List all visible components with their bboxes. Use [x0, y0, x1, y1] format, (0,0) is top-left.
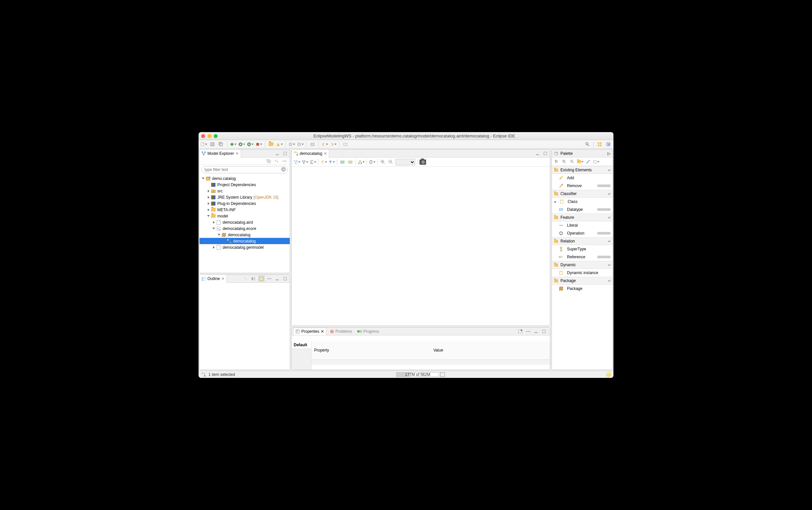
palette-section[interactable]: Dynamic⇄ — [552, 261, 612, 269]
pin-icon[interactable]: ⇄ — [608, 216, 610, 220]
palette-item[interactable]: Operation — [552, 229, 612, 237]
outline-mode3-button[interactable] — [258, 276, 265, 282]
view-menu-button[interactable] — [281, 158, 288, 164]
properties-categories[interactable]: Default — [292, 341, 311, 370]
problems-tab[interactable]: Problems — [328, 328, 354, 335]
run-last-button[interactable] — [247, 141, 253, 148]
paste-button[interactable] — [369, 159, 375, 165]
maximize-pane-button[interactable] — [541, 328, 547, 335]
model-explorer-tab[interactable]: Model Explorer ✕ — [200, 149, 241, 158]
hierarchy-button[interactable] — [358, 159, 364, 165]
filter-button[interactable] — [328, 159, 335, 165]
zoom-out-tool[interactable] — [569, 159, 576, 165]
new-button[interactable] — [201, 141, 207, 148]
diagram-canvas[interactable] — [292, 167, 550, 325]
palette-item[interactable]: SuperType — [552, 245, 612, 253]
palette-section[interactable]: Feature⇄ — [552, 214, 612, 221]
maximize-window-button[interactable] — [214, 134, 218, 138]
properties-table[interactable]: PropertyValue — [311, 341, 550, 370]
new-emf-button[interactable] — [309, 141, 316, 148]
tree-node[interactable]: democatalog.ecore — [200, 225, 290, 232]
tree-node[interactable]: democatalog — [200, 238, 290, 244]
palette-item[interactable]: Remove — [552, 182, 612, 190]
gc-button[interactable] — [440, 372, 445, 377]
show-hide-button[interactable] — [339, 159, 346, 165]
palette-section[interactable]: Classifier⇄ — [552, 190, 612, 198]
outline-mode2-button[interactable] — [250, 276, 257, 282]
new-wizard-button[interactable] — [289, 141, 295, 148]
palette-item[interactable]: Add — [552, 174, 612, 182]
category-default[interactable]: Default — [292, 341, 311, 349]
note-attach-tool[interactable] — [593, 159, 599, 165]
tip-button[interactable] — [606, 372, 611, 377]
generic-tool[interactable] — [585, 159, 591, 165]
close-window-button[interactable] — [201, 134, 205, 138]
note-tool[interactable] — [577, 159, 583, 165]
minimize-pane-button[interactable] — [274, 150, 280, 157]
minimize-window-button[interactable] — [207, 134, 211, 138]
palette-section[interactable]: Existing Elements⇄ — [552, 166, 612, 174]
palette-item[interactable]: Datatype — [552, 205, 612, 214]
palette-header[interactable]: Palette ▷ — [552, 149, 612, 158]
external-tools-button[interactable] — [255, 141, 262, 148]
outline-tab[interactable]: Outline ✕ — [200, 275, 227, 283]
tree-node[interactable]: Project Dependencies — [200, 181, 290, 188]
save-button[interactable] — [209, 141, 216, 148]
maximize-pane-button[interactable] — [282, 150, 289, 157]
column-property[interactable]: Property — [311, 341, 431, 360]
select-tool[interactable] — [553, 159, 560, 165]
tree-node[interactable]: JRE System Library[OpenJDK 15] — [200, 194, 290, 200]
view-menu-button[interactable] — [266, 276, 273, 282]
run-button[interactable] — [238, 141, 245, 148]
pin-icon[interactable]: ⇄ — [608, 279, 610, 283]
modeling-perspective-button[interactable]: M — [605, 141, 611, 148]
minimize-pane-button[interactable] — [533, 328, 539, 335]
palette-collapse-button[interactable]: ▷ — [607, 151, 610, 156]
pin-icon[interactable]: ⇄ — [608, 192, 610, 196]
column-value[interactable]: Value — [431, 341, 550, 360]
memory-monitor[interactable]: 177M of 562M — [396, 372, 445, 377]
close-tab-icon[interactable]: ✕ — [324, 151, 327, 156]
link-editor-button[interactable] — [273, 158, 280, 164]
editor-tab[interactable]: democatalog ✕ — [292, 149, 329, 158]
zoom-in-tool[interactable] — [561, 159, 568, 165]
close-tab-icon[interactable]: ✕ — [221, 276, 224, 281]
pin-button[interactable] — [347, 159, 354, 165]
explorer-tree[interactable]: Mdemo.catalogProject DependenciessrcJRE … — [200, 175, 290, 273]
maximize-pane-button[interactable] — [542, 150, 548, 157]
close-tab-icon[interactable]: ✕ — [235, 151, 239, 156]
tree-node[interactable]: Mdemo.catalog — [200, 175, 290, 181]
palette-item[interactable]: Literal — [552, 221, 612, 229]
palette-item[interactable]: Reference — [552, 253, 612, 261]
layers-button[interactable] — [321, 159, 327, 165]
new-wizard2-button[interactable] — [297, 141, 304, 148]
collapse-all-button[interactable] — [265, 158, 272, 164]
forward-button[interactable] — [330, 141, 336, 148]
debug-button[interactable] — [230, 141, 236, 148]
save-all-button[interactable] — [218, 141, 224, 148]
filter-input[interactable] — [202, 166, 288, 173]
tree-node[interactable]: democatalog.aird — [200, 219, 290, 225]
select-button[interactable] — [302, 159, 308, 165]
pin-icon[interactable]: ⇄ — [608, 168, 610, 172]
maximize-pane-button[interactable] — [282, 276, 289, 282]
open-type-button[interactable] — [268, 141, 274, 148]
search-icon[interactable] — [584, 141, 591, 148]
palette-section[interactable]: Package⇄ — [552, 277, 612, 285]
outline-mode1-button[interactable] — [242, 276, 249, 282]
arrange-button[interactable] — [294, 159, 300, 165]
properties-tab[interactable]: Properties ✕ — [293, 328, 326, 335]
zoom-field[interactable] — [395, 159, 415, 165]
palette-item[interactable]: Dynamic instance — [552, 269, 612, 277]
pin-icon[interactable]: ⇄ — [608, 239, 610, 243]
view-menu-button[interactable] — [525, 328, 532, 335]
zoom-out-button[interactable] — [388, 159, 394, 165]
tree-node[interactable]: model — [200, 213, 290, 219]
search-button[interactable] — [276, 141, 283, 148]
tree-node[interactable]: democatalog.genmodel — [200, 244, 290, 250]
pin-icon[interactable]: ⇄ — [608, 263, 610, 267]
show-categories-button[interactable] — [517, 328, 523, 335]
progress-tab[interactable]: Progress — [355, 328, 381, 335]
back-button[interactable] — [321, 141, 328, 148]
zoom-in-button[interactable] — [380, 159, 386, 165]
